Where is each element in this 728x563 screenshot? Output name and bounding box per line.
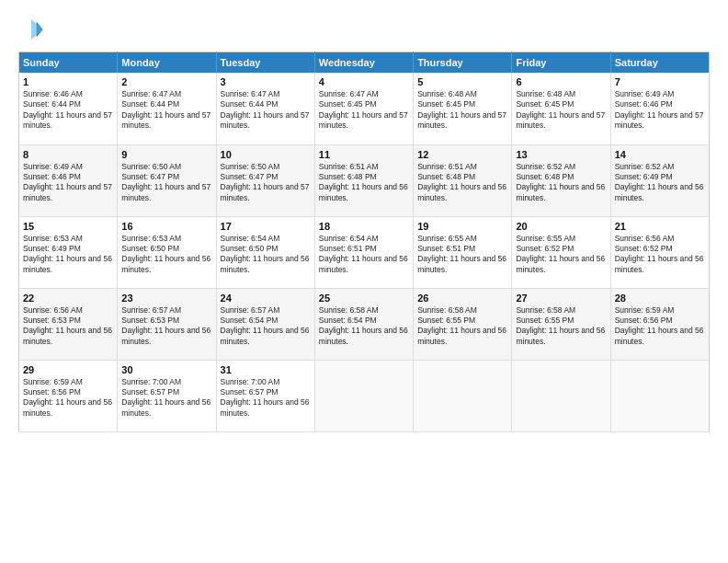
day-number: 25 bbox=[319, 293, 409, 304]
day-info: Sunrise: 6:59 AMSunset: 6:56 PMDaylight:… bbox=[615, 305, 705, 348]
day-info: Sunrise: 6:49 AMSunset: 6:46 PMDaylight:… bbox=[23, 162, 113, 204]
day-info: Sunrise: 6:56 AMSunset: 6:53 PMDaylight:… bbox=[23, 305, 113, 348]
day-number: 22 bbox=[23, 293, 113, 304]
weekday-header-cell: Monday bbox=[118, 52, 216, 74]
calendar-day-cell bbox=[610, 360, 709, 431]
day-number: 21 bbox=[615, 221, 705, 232]
weekday-header-cell: Wednesday bbox=[314, 52, 413, 74]
calendar-day-cell: 7 Sunrise: 6:49 AMSunset: 6:46 PMDayligh… bbox=[610, 73, 709, 144]
day-number: 12 bbox=[417, 149, 507, 160]
day-info: Sunrise: 6:53 AMSunset: 6:49 PMDaylight:… bbox=[23, 234, 113, 276]
calendar-day-cell: 10 Sunrise: 6:50 AMSunset: 6:47 PMDaylig… bbox=[216, 144, 314, 216]
calendar-week-row: 29 Sunrise: 6:59 AMSunset: 6:56 PMDaylig… bbox=[19, 360, 710, 431]
day-number: 6 bbox=[516, 76, 606, 87]
day-info: Sunrise: 6:54 AMSunset: 6:50 PMDaylight:… bbox=[221, 234, 311, 276]
page: SundayMondayTuesdayWednesdayThursdayFrid… bbox=[0, 0, 728, 563]
day-info: Sunrise: 7:00 AMSunset: 6:57 PMDaylight:… bbox=[121, 377, 211, 419]
calendar-day-cell: 20 Sunrise: 6:55 AMSunset: 6:52 PMDaylig… bbox=[512, 216, 610, 288]
day-number: 15 bbox=[23, 221, 113, 232]
calendar-day-cell: 30 Sunrise: 7:00 AMSunset: 6:57 PMDaylig… bbox=[118, 360, 216, 431]
svg-marker-1 bbox=[31, 19, 43, 40]
day-info: Sunrise: 6:59 AMSunset: 6:56 PMDaylight:… bbox=[23, 377, 113, 419]
day-number: 30 bbox=[121, 364, 211, 375]
day-info: Sunrise: 6:53 AMSunset: 6:50 PMDaylight:… bbox=[121, 234, 211, 276]
calendar-day-cell bbox=[314, 360, 413, 431]
calendar-week-row: 22 Sunrise: 6:56 AMSunset: 6:53 PMDaylig… bbox=[19, 288, 710, 360]
calendar-day-cell: 24 Sunrise: 6:57 AMSunset: 6:54 PMDaylig… bbox=[216, 288, 314, 360]
calendar-day-cell: 21 Sunrise: 6:56 AMSunset: 6:52 PMDaylig… bbox=[610, 216, 709, 288]
day-info: Sunrise: 7:00 AMSunset: 6:57 PMDaylight:… bbox=[221, 377, 311, 419]
day-number: 7 bbox=[615, 76, 705, 87]
calendar-week-row: 1 Sunrise: 6:46 AMSunset: 6:44 PMDayligh… bbox=[19, 73, 710, 144]
day-number: 27 bbox=[516, 293, 606, 304]
calendar-body: 1 Sunrise: 6:46 AMSunset: 6:44 PMDayligh… bbox=[19, 73, 710, 431]
calendar-week-row: 15 Sunrise: 6:53 AMSunset: 6:49 PMDaylig… bbox=[19, 216, 710, 288]
calendar-day-cell: 22 Sunrise: 6:56 AMSunset: 6:53 PMDaylig… bbox=[19, 288, 118, 360]
weekday-header-cell: Thursday bbox=[414, 52, 512, 74]
calendar-day-cell: 14 Sunrise: 6:52 AMSunset: 6:49 PMDaylig… bbox=[610, 144, 709, 216]
calendar-day-cell: 9 Sunrise: 6:50 AMSunset: 6:47 PMDayligh… bbox=[118, 144, 216, 216]
weekday-header-cell: Tuesday bbox=[216, 52, 314, 74]
day-number: 26 bbox=[417, 293, 507, 304]
calendar-day-cell bbox=[512, 360, 610, 431]
day-number: 19 bbox=[417, 221, 507, 232]
day-info: Sunrise: 6:50 AMSunset: 6:47 PMDaylight:… bbox=[121, 162, 211, 204]
calendar-day-cell: 16 Sunrise: 6:53 AMSunset: 6:50 PMDaylig… bbox=[118, 216, 216, 288]
day-number: 13 bbox=[516, 149, 606, 160]
day-info: Sunrise: 6:47 AMSunset: 6:44 PMDaylight:… bbox=[221, 89, 311, 132]
calendar-day-cell: 13 Sunrise: 6:52 AMSunset: 6:48 PMDaylig… bbox=[512, 144, 610, 216]
day-info: Sunrise: 6:56 AMSunset: 6:52 PMDaylight:… bbox=[615, 234, 705, 276]
calendar-day-cell: 18 Sunrise: 6:54 AMSunset: 6:51 PMDaylig… bbox=[314, 216, 413, 288]
day-number: 9 bbox=[121, 149, 211, 160]
day-number: 1 bbox=[23, 76, 113, 87]
day-number: 17 bbox=[221, 221, 311, 232]
weekday-header-cell: Saturday bbox=[610, 52, 709, 74]
day-number: 24 bbox=[221, 293, 311, 304]
day-info: Sunrise: 6:54 AMSunset: 6:51 PMDaylight:… bbox=[319, 234, 409, 276]
calendar-day-cell: 31 Sunrise: 7:00 AMSunset: 6:57 PMDaylig… bbox=[216, 360, 314, 431]
calendar-day-cell: 3 Sunrise: 6:47 AMSunset: 6:44 PMDayligh… bbox=[216, 73, 314, 144]
calendar: SundayMondayTuesdayWednesdayThursdayFrid… bbox=[18, 52, 710, 432]
calendar-week-row: 8 Sunrise: 6:49 AMSunset: 6:46 PMDayligh… bbox=[19, 144, 710, 216]
calendar-day-cell: 28 Sunrise: 6:59 AMSunset: 6:56 PMDaylig… bbox=[610, 288, 709, 360]
calendar-header-row: SundayMondayTuesdayWednesdayThursdayFrid… bbox=[19, 52, 710, 74]
day-info: Sunrise: 6:47 AMSunset: 6:44 PMDaylight:… bbox=[121, 89, 211, 132]
day-number: 29 bbox=[23, 364, 113, 375]
calendar-day-cell: 11 Sunrise: 6:51 AMSunset: 6:48 PMDaylig… bbox=[314, 144, 413, 216]
calendar-day-cell: 6 Sunrise: 6:48 AMSunset: 6:45 PMDayligh… bbox=[512, 73, 610, 144]
logo-icon bbox=[18, 17, 44, 42]
day-info: Sunrise: 6:52 AMSunset: 6:49 PMDaylight:… bbox=[615, 162, 705, 204]
calendar-day-cell: 8 Sunrise: 6:49 AMSunset: 6:46 PMDayligh… bbox=[19, 144, 118, 216]
day-number: 3 bbox=[221, 76, 311, 87]
day-info: Sunrise: 6:52 AMSunset: 6:48 PMDaylight:… bbox=[516, 162, 606, 204]
weekday-header-cell: Sunday bbox=[19, 52, 118, 74]
calendar-day-cell: 2 Sunrise: 6:47 AMSunset: 6:44 PMDayligh… bbox=[118, 73, 216, 144]
day-number: 5 bbox=[417, 76, 507, 87]
header bbox=[18, 17, 710, 42]
calendar-day-cell: 15 Sunrise: 6:53 AMSunset: 6:49 PMDaylig… bbox=[19, 216, 118, 288]
calendar-day-cell: 4 Sunrise: 6:47 AMSunset: 6:45 PMDayligh… bbox=[314, 73, 413, 144]
weekday-header-cell: Friday bbox=[512, 52, 610, 74]
calendar-day-cell bbox=[414, 360, 512, 431]
day-info: Sunrise: 6:58 AMSunset: 6:55 PMDaylight:… bbox=[417, 305, 507, 348]
day-info: Sunrise: 6:57 AMSunset: 6:53 PMDaylight:… bbox=[121, 305, 211, 348]
day-info: Sunrise: 6:57 AMSunset: 6:54 PMDaylight:… bbox=[221, 305, 311, 348]
day-info: Sunrise: 6:55 AMSunset: 6:52 PMDaylight:… bbox=[516, 234, 606, 276]
calendar-day-cell: 29 Sunrise: 6:59 AMSunset: 6:56 PMDaylig… bbox=[19, 360, 118, 431]
calendar-day-cell: 5 Sunrise: 6:48 AMSunset: 6:45 PMDayligh… bbox=[414, 73, 512, 144]
calendar-day-cell: 19 Sunrise: 6:55 AMSunset: 6:51 PMDaylig… bbox=[414, 216, 512, 288]
day-number: 10 bbox=[221, 149, 311, 160]
day-info: Sunrise: 6:48 AMSunset: 6:45 PMDaylight:… bbox=[516, 89, 606, 132]
day-info: Sunrise: 6:51 AMSunset: 6:48 PMDaylight:… bbox=[417, 162, 507, 204]
calendar-day-cell: 17 Sunrise: 6:54 AMSunset: 6:50 PMDaylig… bbox=[216, 216, 314, 288]
calendar-day-cell: 25 Sunrise: 6:58 AMSunset: 6:54 PMDaylig… bbox=[314, 288, 413, 360]
day-number: 28 bbox=[615, 293, 705, 304]
day-info: Sunrise: 6:49 AMSunset: 6:46 PMDaylight:… bbox=[615, 89, 705, 132]
day-number: 4 bbox=[319, 76, 409, 87]
day-info: Sunrise: 6:46 AMSunset: 6:44 PMDaylight:… bbox=[23, 89, 113, 132]
day-number: 23 bbox=[121, 293, 211, 304]
day-info: Sunrise: 6:47 AMSunset: 6:45 PMDaylight:… bbox=[319, 89, 409, 132]
day-number: 2 bbox=[121, 76, 211, 87]
day-info: Sunrise: 6:48 AMSunset: 6:45 PMDaylight:… bbox=[417, 89, 507, 132]
day-number: 11 bbox=[319, 149, 409, 160]
